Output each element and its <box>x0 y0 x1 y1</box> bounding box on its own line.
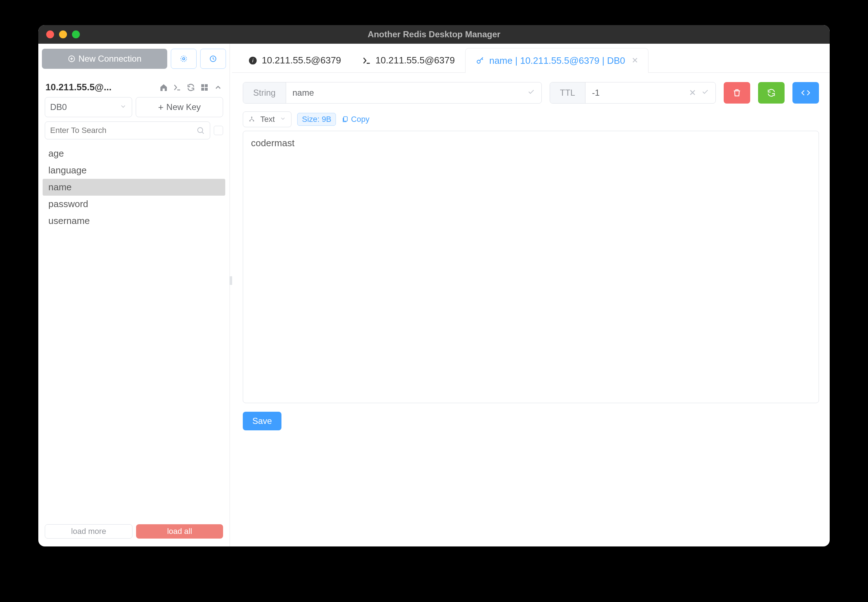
search-icon[interactable] <box>196 126 205 135</box>
new-key-label: New Key <box>167 102 201 112</box>
clock-icon <box>209 54 217 63</box>
value-textarea[interactable] <box>243 131 819 403</box>
svg-rect-7 <box>205 88 208 91</box>
size-badge: Size: 9B <box>297 113 336 126</box>
chevron-up-icon[interactable] <box>214 83 222 92</box>
tab-bar: i 10.211.55.5@6379 10.211.55.5@6379 name… <box>232 44 830 73</box>
chevron-down-icon <box>280 115 286 124</box>
terminal-icon <box>362 56 371 65</box>
key-item[interactable]: password <box>43 196 225 212</box>
svg-point-8 <box>197 127 203 133</box>
copy-icon <box>341 116 349 123</box>
home-icon[interactable] <box>159 83 168 92</box>
svg-point-1 <box>183 58 185 60</box>
app-window: Another Redis Desktop Manager New Connec… <box>38 25 830 547</box>
tab-close-icon[interactable]: ✕ <box>632 56 638 65</box>
confirm-icon[interactable] <box>527 88 535 98</box>
load-all-button[interactable]: load all <box>136 524 223 539</box>
save-button[interactable]: Save <box>243 412 282 430</box>
svg-point-11 <box>477 60 481 63</box>
confirm-icon[interactable] <box>701 88 709 98</box>
db-select[interactable]: DB0 <box>45 97 132 117</box>
trash-icon <box>732 88 742 97</box>
code-button[interactable] <box>793 82 819 104</box>
svg-point-12 <box>251 117 252 118</box>
svg-point-2 <box>181 56 187 61</box>
app-body: New Connection 10.211.55.5@... <box>38 44 830 547</box>
close-window-button[interactable] <box>46 31 54 38</box>
tab-info[interactable]: i 10.211.55.5@6379 <box>238 48 352 72</box>
refresh-icon <box>767 88 776 97</box>
clear-icon[interactable]: ✕ <box>689 88 696 98</box>
new-key-button[interactable]: + New Key <box>136 97 223 117</box>
key-item[interactable]: age <box>43 145 225 162</box>
svg-point-13 <box>249 120 250 121</box>
format-select[interactable]: Text <box>243 111 291 127</box>
connection-row[interactable]: 10.211.55.5@... <box>42 75 226 97</box>
delete-button[interactable] <box>724 82 750 104</box>
ttl-group: TTL -1 ✕ <box>550 82 716 104</box>
key-item[interactable]: username <box>43 212 225 229</box>
sidebar: New Connection 10.211.55.5@... <box>38 44 230 547</box>
ttl-value: -1 <box>592 88 599 98</box>
load-more-button[interactable]: load more <box>45 524 133 539</box>
svg-rect-5 <box>205 84 208 87</box>
ttl-label: TTL <box>550 82 586 103</box>
tab-key-detail[interactable]: name | 10.211.55.5@6379 | DB0 ✕ <box>465 48 649 73</box>
tab-label: name | 10.211.55.5@6379 | DB0 <box>489 55 625 66</box>
key-detail-content: String name TTL -1 ✕ <box>232 73 830 547</box>
key-item[interactable]: language <box>43 162 225 179</box>
window-title: Another Redis Desktop Manager <box>38 29 830 39</box>
history-button[interactable] <box>200 49 226 69</box>
tab-terminal[interactable]: 10.211.55.5@6379 <box>352 48 465 72</box>
refresh-key-button[interactable] <box>758 82 785 104</box>
plus-circle-icon <box>68 55 75 63</box>
tree-icon <box>248 116 255 123</box>
code-icon <box>801 88 810 97</box>
main-pane: i 10.211.55.5@6379 10.211.55.5@6379 name… <box>232 44 830 547</box>
search-input[interactable] <box>50 126 196 135</box>
key-item[interactable]: name <box>43 179 225 196</box>
svg-rect-15 <box>344 117 348 121</box>
tab-label: 10.211.55.5@6379 <box>376 55 455 66</box>
pane-divider[interactable] <box>230 44 232 547</box>
settings-button[interactable] <box>171 49 197 69</box>
chevron-down-icon <box>119 102 127 112</box>
copy-label: Copy <box>351 115 369 124</box>
info-icon: i <box>248 56 257 65</box>
refresh-icon[interactable] <box>187 83 195 92</box>
search-input-wrapper <box>45 121 210 140</box>
new-connection-button[interactable]: New Connection <box>42 49 167 69</box>
plus-icon: + <box>158 102 163 113</box>
grid-icon[interactable] <box>200 83 209 92</box>
new-connection-label: New Connection <box>78 54 141 64</box>
key-name-group: String name <box>243 82 542 104</box>
format-label: Text <box>260 115 275 124</box>
svg-rect-4 <box>201 84 204 87</box>
type-label: String <box>243 82 286 103</box>
db-selected-label: DB0 <box>50 102 67 112</box>
terminal-icon[interactable] <box>173 83 182 92</box>
key-name-field[interactable]: name <box>286 82 542 103</box>
traffic-lights <box>46 31 80 38</box>
exact-match-checkbox[interactable] <box>214 126 223 135</box>
target-icon <box>179 54 188 63</box>
connection-name: 10.211.55.5@... <box>46 82 159 93</box>
svg-rect-6 <box>201 88 204 91</box>
key-icon <box>476 56 485 65</box>
titlebar: Another Redis Desktop Manager <box>38 25 830 44</box>
copy-button[interactable]: Copy <box>341 115 369 124</box>
tab-label: 10.211.55.5@6379 <box>262 55 341 66</box>
key-name-value: name <box>292 88 314 98</box>
svg-point-14 <box>253 120 254 121</box>
minimize-window-button[interactable] <box>59 31 67 38</box>
ttl-field[interactable]: -1 ✕ <box>585 82 715 103</box>
maximize-window-button[interactable] <box>72 31 80 38</box>
key-list: age language name password username <box>42 143 226 521</box>
